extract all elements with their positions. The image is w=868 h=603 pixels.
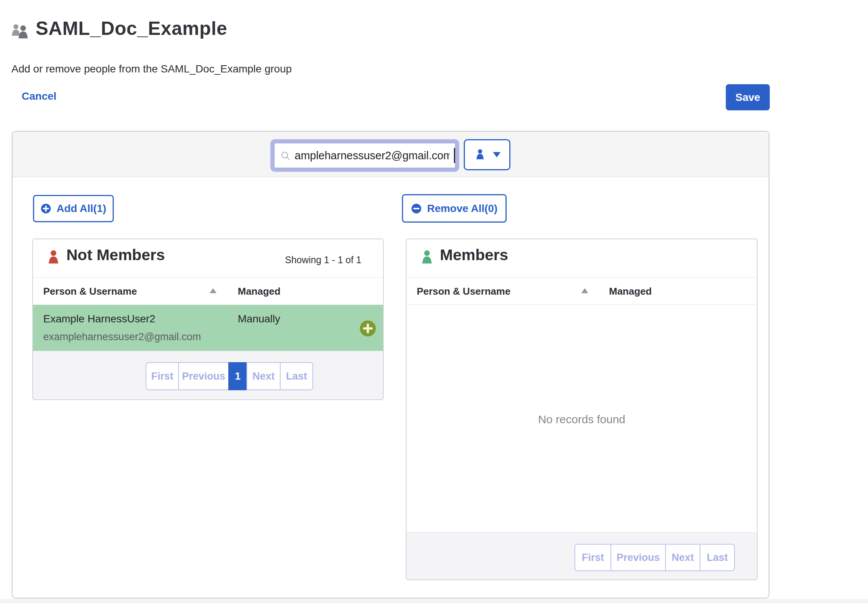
- page-subtitle: Add or remove people from the SAML_Doc_E…: [11, 63, 292, 75]
- pagination-next-button[interactable]: Next: [246, 362, 281, 390]
- remove-all-label: Remove All(0): [427, 203, 498, 215]
- showing-count: Showing 1 - 1 of 1: [285, 254, 361, 265]
- members-panel: Members Person & Username Managed No rec…: [406, 239, 758, 580]
- column-header-managed: Managed: [238, 286, 281, 297]
- not-members-title: Not Members: [66, 246, 165, 264]
- pagination-last-button[interactable]: Last: [700, 544, 735, 571]
- save-button[interactable]: Save: [726, 84, 770, 110]
- pagination-next-button[interactable]: Next: [665, 544, 700, 571]
- text-caret: [454, 148, 455, 163]
- remove-all-button[interactable]: Remove All(0): [402, 194, 507, 223]
- pagination-previous-button[interactable]: Previous: [611, 544, 666, 571]
- pagination-page-1-button[interactable]: 1: [228, 362, 247, 390]
- members-table-header: Person & Username Managed: [407, 277, 757, 305]
- user-filter-dropdown[interactable]: [464, 139, 510, 170]
- pagination-last-button[interactable]: Last: [280, 362, 313, 390]
- members-title: Members: [440, 246, 508, 264]
- table-row[interactable]: Example HarnessUser2 exampleharnessuser2…: [33, 305, 383, 352]
- not-members-table-header: Person & Username Managed: [33, 277, 383, 305]
- row-add-button[interactable]: [359, 320, 377, 337]
- search-bar: ampleharnessuser2@gmail.com): [13, 132, 769, 177]
- person-icon: [474, 149, 486, 161]
- plus-circle-icon: [41, 203, 51, 214]
- pagination-first-button[interactable]: First: [146, 362, 179, 390]
- plus-circle-icon: [359, 320, 377, 337]
- page-bottom-strip: [0, 599, 868, 603]
- minus-circle-icon: [411, 203, 422, 214]
- search-input[interactable]: ampleharnessuser2@gmail.com): [274, 143, 455, 168]
- search-input-value: ampleharnessuser2@gmail.com): [295, 149, 450, 162]
- row-name: Example HarnessUser2: [43, 313, 155, 325]
- pagination-previous-button[interactable]: Previous: [178, 362, 229, 390]
- cancel-link[interactable]: Cancel: [22, 90, 57, 102]
- not-members-panel: Not Members Showing 1 - 1 of 1 Person & …: [32, 239, 384, 400]
- group-icon: [10, 23, 30, 40]
- members-pagination: First Previous Next Last: [574, 544, 735, 571]
- sort-asc-icon[interactable]: [210, 288, 217, 293]
- membership-container: ampleharnessuser2@gmail.com): [12, 131, 769, 598]
- group-membership-page: SAML_Doc_Example Add or remove people fr…: [0, 0, 868, 603]
- add-all-label: Add All(1): [57, 203, 106, 215]
- search-icon: [280, 151, 290, 161]
- not-members-pagination: First Previous 1 Next Last: [146, 362, 313, 390]
- row-username: exampleharnessuser2@gmail.com: [43, 331, 201, 343]
- pagination-first-button[interactable]: First: [574, 544, 611, 571]
- sort-asc-icon[interactable]: [581, 288, 588, 293]
- row-managed: Manually: [238, 313, 280, 325]
- not-members-person-icon: [46, 248, 61, 267]
- column-header-person[interactable]: Person & Username: [43, 286, 137, 297]
- members-person-icon: [419, 248, 435, 267]
- page-title: SAML_Doc_Example: [36, 17, 227, 39]
- add-all-button[interactable]: Add All(1): [33, 195, 114, 222]
- column-header-person[interactable]: Person & Username: [417, 286, 510, 297]
- empty-state-text: No records found: [407, 413, 757, 426]
- chevron-down-icon: [493, 152, 501, 157]
- column-header-managed: Managed: [609, 286, 652, 297]
